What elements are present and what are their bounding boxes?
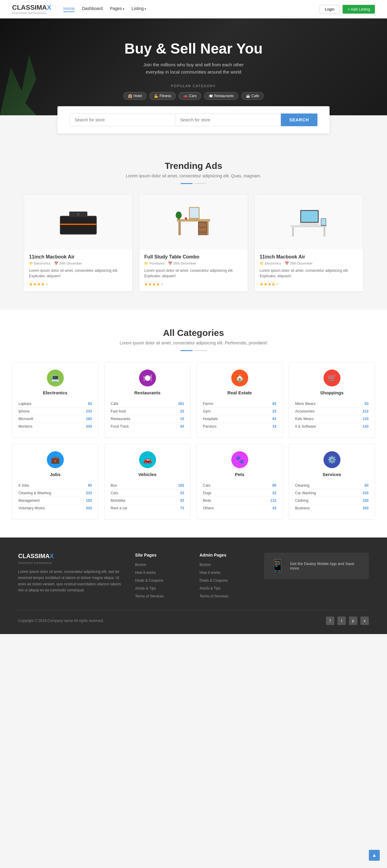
list-item[interactable]: Cleaning & Washing233 xyxy=(19,489,92,497)
list-item[interactable]: Dogs22 xyxy=(203,489,276,497)
pill-cafe[interactable]: ☕ Cafe xyxy=(241,92,263,100)
nav-links: Home Dashboard Pages Listing xyxy=(64,6,320,12)
svg-rect-11 xyxy=(199,233,206,235)
logo-sub: Classified marketplace xyxy=(12,11,51,14)
ad-card-1: 11inch Macbook Air 📁 Electronics 📅 26th … xyxy=(24,195,132,291)
pill-hotel[interactable]: 🏨 Hotel xyxy=(124,92,146,100)
ad-card-2: Full Study Table Combo 📁 Furnitures 📅 26… xyxy=(139,195,247,291)
electronics-icon: 💻 xyxy=(47,370,64,386)
footer-site-pages: Site Pages Boston How It works Deals & C… xyxy=(135,553,187,601)
list-item[interactable]: Microsoft183 xyxy=(19,415,92,423)
ad-meta-1: 📁 Electronics 📅 26th December xyxy=(29,261,127,266)
login-button[interactable]: Login xyxy=(320,5,340,13)
list-item: Deals & Coupons xyxy=(200,578,252,583)
cat-card-jobs: 💼 Jobs It Jobs93 Cleaning & Washing233 M… xyxy=(12,444,98,519)
ad-category-1: 📁 Electronics xyxy=(29,261,50,266)
list-item[interactable]: Mens Wears53 xyxy=(295,400,368,408)
pill-restaurants[interactable]: 🍽️ Restaurants xyxy=(204,92,238,100)
nav-pages[interactable]: Pages xyxy=(110,6,124,12)
footer-admin-boston[interactable]: Boston xyxy=(200,563,211,567)
shoppings-list: Mens Wears53 Accessories212 Kids Wears13… xyxy=(295,400,368,430)
svg-rect-22 xyxy=(301,211,318,222)
list-item[interactable]: Hospitals83 xyxy=(203,415,276,423)
list-item[interactable]: Motobike33 xyxy=(111,497,184,504)
list-item[interactable]: Voluntary Works343 xyxy=(19,504,92,512)
list-item[interactable]: Cleaning83 xyxy=(295,482,368,489)
add-listing-button[interactable]: Add Listing xyxy=(343,5,375,13)
ad-image-1 xyxy=(24,195,132,249)
list-item[interactable]: Kids Wears133 xyxy=(295,415,368,423)
list-item[interactable]: Cars23 xyxy=(111,489,184,497)
footer-link-articles[interactable]: Artcils & Tips xyxy=(135,586,156,590)
list-item[interactable]: Business343 xyxy=(295,504,368,512)
vehicles-name: Vehicles xyxy=(111,472,184,477)
categories-grid: 💻 Electronics Laptops93 Iphone233 Micros… xyxy=(12,362,375,519)
svg-rect-24 xyxy=(321,219,326,225)
pill-cars[interactable]: 🚗 Cars xyxy=(179,92,201,100)
list-item[interactable]: Parolurs33 xyxy=(203,423,276,430)
pinterest-icon[interactable]: p xyxy=(349,617,357,625)
footer-link-how[interactable]: How It works xyxy=(135,570,156,575)
footer-admin-pages-title: Admin Pages xyxy=(200,553,252,557)
svg-point-16 xyxy=(185,217,187,220)
footer-copyright: Copyright © 2019.Company name All rights… xyxy=(18,619,104,623)
list-item[interactable]: Cafe381 xyxy=(111,400,184,408)
list-item[interactable]: Gym23 xyxy=(203,408,276,415)
list-item[interactable]: Rent a car73 xyxy=(111,504,184,512)
list-item[interactable]: Accessories212 xyxy=(295,408,368,415)
pill-fitness[interactable]: 💪 Fitness xyxy=(149,92,176,100)
list-item[interactable]: Birds113 xyxy=(203,497,276,504)
shoppings-name: Shoppings xyxy=(295,390,368,395)
ad-body-2: Full Study Table Combo 📁 Furnitures 📅 26… xyxy=(139,249,247,291)
list-item[interactable]: Food Track43 xyxy=(111,423,184,430)
search-input-1[interactable] xyxy=(70,114,175,126)
facebook-icon[interactable]: f xyxy=(326,617,335,625)
footer-app-text: Get the Dealsy Mobile App and Save more xyxy=(290,561,363,570)
svg-rect-18 xyxy=(292,227,294,236)
list-item[interactable]: Cats85 xyxy=(203,482,276,489)
footer-admin-terms[interactable]: Terms of Services xyxy=(200,594,228,598)
footer-site-pages-title: Site Pages xyxy=(135,553,187,557)
footer-admin-how[interactable]: How It works xyxy=(200,570,220,575)
footer: CLASSIMAX Classified marketplace Lorem i… xyxy=(0,537,387,634)
list-item[interactable]: Fast food23 xyxy=(111,408,184,415)
search-button[interactable]: SEARCH xyxy=(281,114,317,126)
ad-stars-3: ★★★★★ xyxy=(260,282,358,287)
footer-site-pages-list: Boston How It works Deals & Coupons Artc… xyxy=(135,562,187,599)
cat-card-vehicles: 🚗 Vehicles Bus183 Cars23 Motobike33 Rent… xyxy=(104,444,190,519)
twitter-icon[interactable]: t xyxy=(338,617,346,625)
footer-grid: CLASSIMAX Classified marketplace Lorem i… xyxy=(18,553,369,601)
nav-listing[interactable]: Listing xyxy=(132,6,146,12)
list-item[interactable]: Car Washing233 xyxy=(295,489,368,497)
list-item[interactable]: Iphone233 xyxy=(19,408,92,415)
list-item[interactable]: Management183 xyxy=(19,497,92,504)
footer-link-terms[interactable]: Terms of Services xyxy=(135,594,164,598)
vimeo-icon[interactable]: v xyxy=(360,617,369,625)
list-item[interactable]: Others43 xyxy=(203,504,276,512)
electronics-list: Laptops93 Iphone233 Microsoft183 Monitor… xyxy=(19,400,92,430)
footer-link-boston[interactable]: Boston xyxy=(135,563,146,567)
list-item[interactable]: It & Software143 xyxy=(295,423,368,430)
search-input-2[interactable] xyxy=(175,114,281,126)
nav-dashboard[interactable]: Dashboard xyxy=(82,6,103,12)
ad-date-1: 📅 26th December xyxy=(54,261,82,266)
footer-link-deals[interactable]: Deals & Coupons xyxy=(135,578,163,583)
svg-rect-0 xyxy=(60,216,97,234)
footer-bottom: Copyright © 2019.Company name All rights… xyxy=(18,610,369,625)
list-item[interactable]: Restaurants15 xyxy=(111,415,184,423)
footer-admin-articles[interactable]: Artcils & Tips xyxy=(200,586,220,590)
navbar: CLASSIMAX Classified marketplace Home Da… xyxy=(0,0,387,19)
ad-title-1: 11inch Macbook Air xyxy=(29,254,127,260)
laptop-desk-icon xyxy=(287,201,330,243)
ad-stars-2: ★★★★★ xyxy=(144,282,243,287)
list-item[interactable]: Laptops93 xyxy=(19,400,92,408)
list-item[interactable]: Farms93 xyxy=(203,400,276,408)
list-item[interactable]: It Jobs93 xyxy=(19,482,92,489)
svg-rect-2 xyxy=(60,224,97,225)
list-item[interactable]: Bus183 xyxy=(111,482,184,489)
footer-admin-deals[interactable]: Deals & Coupons xyxy=(200,578,228,583)
nav-home[interactable]: Home xyxy=(64,6,75,12)
list-item[interactable]: Monitors343 xyxy=(19,423,92,430)
list-item[interactable]: Clothing183 xyxy=(295,497,368,504)
services-list: Cleaning83 Car Washing233 Clothing183 Bu… xyxy=(295,482,368,512)
